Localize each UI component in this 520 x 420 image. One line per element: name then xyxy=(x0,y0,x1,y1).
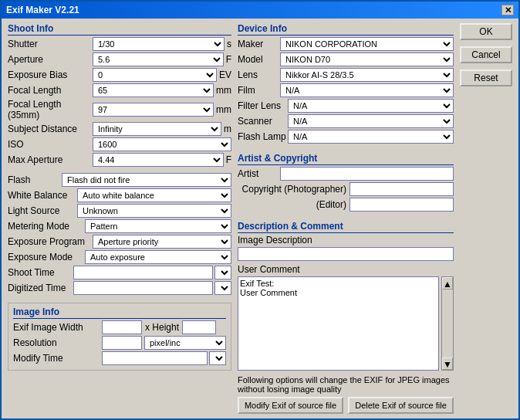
film-select[interactable]: N/A xyxy=(280,83,454,97)
light-source-input-wrap: Unknown xyxy=(77,204,231,218)
exposure-bias-row: Exposure Bias 0 EV xyxy=(8,68,231,82)
shoot-info-title: Shoot Info xyxy=(8,23,231,36)
user-comment-label: User Comment xyxy=(238,264,300,275)
user-comment-textarea[interactable]: Exif Test: User Comment xyxy=(238,276,439,371)
max-aperture-input-wrap: 4.44 xyxy=(93,153,224,167)
resolution-input[interactable]: 300 xyxy=(102,336,142,350)
exposure-bias-select[interactable]: 0 xyxy=(93,68,217,82)
close-button[interactable]: ✕ xyxy=(501,5,514,15)
flash-label: Flash xyxy=(8,174,62,185)
subject-dist-select[interactable]: Infinity xyxy=(93,122,221,136)
title-bar: Exif Maker V2.21 ✕ xyxy=(2,2,518,19)
x-label: x Height xyxy=(145,322,179,333)
ok-button[interactable]: OK xyxy=(460,23,512,40)
action-panel: OK Cancel Reset xyxy=(460,23,512,414)
exposure-program-select[interactable]: Aperture priority xyxy=(93,235,231,249)
maker-input-wrap: NIKON CORPORATION xyxy=(280,37,454,51)
exposure-bias-label: Exposure Bias xyxy=(8,69,93,80)
shoot-time-select[interactable] xyxy=(214,266,231,279)
reset-button[interactable]: Reset xyxy=(460,69,512,86)
modify-button[interactable]: Modify Exif of source file xyxy=(238,397,343,414)
filter-lens-row: Filter Lens N/A xyxy=(238,99,454,113)
scroll-down-btn[interactable]: ▼ xyxy=(442,357,453,370)
artist-copyright-title: Artist & Copyright xyxy=(238,153,454,165)
scanner-row: Scanner N/A xyxy=(238,114,454,128)
device-info-section: Device Info Maker NIKON CORPORATION Mode… xyxy=(238,23,454,145)
resolution-unit-select[interactable]: pixel/inc xyxy=(144,336,226,350)
image-info-title: Image Info xyxy=(13,307,226,319)
model-input-wrap: NIKON D70 xyxy=(280,52,454,66)
aperture-input-wrap: 5.6 xyxy=(93,52,224,66)
artist-input[interactable]: Tony xyxy=(280,167,454,181)
copyright-photographer-input[interactable]: Tony Chien xyxy=(349,182,454,196)
flash-lamp-select[interactable]: N/A xyxy=(288,130,454,144)
max-aperture-label: Max Aperture xyxy=(8,154,93,165)
max-aperture-select[interactable]: 4.44 xyxy=(93,153,224,167)
digitized-time-input[interactable]: 2004-02-05 18:09:46 xyxy=(73,281,213,295)
filter-lens-select[interactable]: N/A xyxy=(288,99,454,113)
flash-section: Flash Flash did not fire White Balance A… xyxy=(8,173,231,296)
subject-dist-label: Subject Distance xyxy=(8,124,93,134)
white-balance-select[interactable]: Auto white balance xyxy=(77,188,231,202)
subject-dist-unit: m xyxy=(224,124,231,134)
modify-time-input[interactable]: 2004-02-05 18:09:46 xyxy=(102,351,208,365)
artist-row: Artist Tony xyxy=(238,167,454,181)
metering-mode-select[interactable]: Pattern xyxy=(85,219,231,233)
copyright-editor-label: (Editor) xyxy=(238,199,349,210)
exposure-program-row: Exposure Program Aperture priority xyxy=(8,235,231,249)
shoot-time-input[interactable]: 2004-02-05 18:09:46 xyxy=(73,266,213,279)
flash-row: Flash Flash did not fire xyxy=(8,173,231,187)
filter-lens-label: Filter Lens xyxy=(238,100,288,111)
modify-time-select[interactable] xyxy=(209,351,226,365)
maker-row: Maker NIKON CORPORATION xyxy=(238,37,454,51)
shoot-time-row: Shoot Time 2004-02-05 18:09:46 xyxy=(8,266,231,279)
max-aperture-row: Max Aperture 4.44 F xyxy=(8,153,231,167)
artist-label: Artist xyxy=(238,168,280,179)
focal-length35-select[interactable]: 97 xyxy=(93,103,214,117)
maker-select[interactable]: NIKON CORPORATION xyxy=(280,37,454,51)
iso-input-wrap: 1600 xyxy=(93,137,231,151)
scroll-up-btn[interactable]: ▲ xyxy=(442,277,453,290)
modify-time-row: Modify Time 2004-02-05 18:09:46 xyxy=(13,351,226,365)
model-select[interactable]: NIKON D70 xyxy=(280,52,454,66)
cancel-button[interactable]: Cancel xyxy=(460,46,512,63)
copyright-editor-row: (Editor) Tony Chien xyxy=(238,198,454,212)
right-panel: Device Info Maker NIKON CORPORATION Mode… xyxy=(238,23,454,414)
bottom-note: Following options will change the EXIF f… xyxy=(238,375,454,394)
light-source-select[interactable]: Unknown xyxy=(77,204,231,218)
aperture-select[interactable]: 5.6 xyxy=(93,52,224,66)
artist-copyright-section: Artist & Copyright Artist Tony Copyright… xyxy=(238,153,454,213)
exposure-program-input-wrap: Aperture priority xyxy=(93,235,231,249)
iso-label: ISO xyxy=(8,139,93,150)
scanner-select[interactable]: N/A xyxy=(288,114,454,128)
exposure-program-label: Exposure Program xyxy=(8,236,93,247)
shoot-info-section: Shoot Info Shutter 1/30 s Aperture 5.6 xyxy=(8,23,231,168)
flash-select[interactable]: Flash did not fire xyxy=(62,173,231,187)
delete-button[interactable]: Delete Exif of source file xyxy=(348,397,454,414)
focal-length35-unit: mm xyxy=(216,104,231,115)
image-description-input[interactable]: My Home xyxy=(238,247,454,261)
aperture-row: Aperture 5.6 F xyxy=(8,52,231,66)
digitized-time-select[interactable] xyxy=(214,281,231,295)
focal-length35-input-wrap: 97 xyxy=(93,103,214,117)
textarea-scrollbar[interactable]: ▲ ▼ xyxy=(441,276,454,371)
digitized-time-row: Digitized Time 2004-02-05 18:09:46 xyxy=(8,281,231,295)
exif-image-width-input[interactable]: 3008 xyxy=(102,320,142,334)
max-aperture-unit: F xyxy=(226,154,231,165)
modify-time-label: Modify Time xyxy=(13,353,102,364)
copyright-editor-input[interactable]: Tony Chien xyxy=(349,198,454,212)
white-balance-input-wrap: Auto white balance xyxy=(77,188,231,202)
left-panel: Shoot Info Shutter 1/30 s Aperture 5.6 xyxy=(8,23,231,414)
subject-dist-row: Subject Distance Infinity m xyxy=(8,122,231,136)
focal-length-row: Focal Length 65 mm xyxy=(8,83,231,97)
focal-length-select[interactable]: 65 xyxy=(93,83,214,97)
exposure-mode-select[interactable]: Auto exposure xyxy=(85,250,231,264)
image-info-section: Image Info Exif Image Width 3008 x Heigh… xyxy=(8,303,231,371)
exif-image-height-input[interactable]: 2000 xyxy=(182,320,216,334)
iso-select[interactable]: 1600 xyxy=(93,137,231,151)
aperture-label: Aperture xyxy=(8,54,93,65)
model-row: Model NIKON D70 xyxy=(238,52,454,66)
image-description-label: Image Description xyxy=(238,235,312,246)
shutter-select[interactable]: 1/30 xyxy=(93,37,225,51)
lens-select[interactable]: Nikkor AI-S 28/3.5 xyxy=(280,68,454,82)
